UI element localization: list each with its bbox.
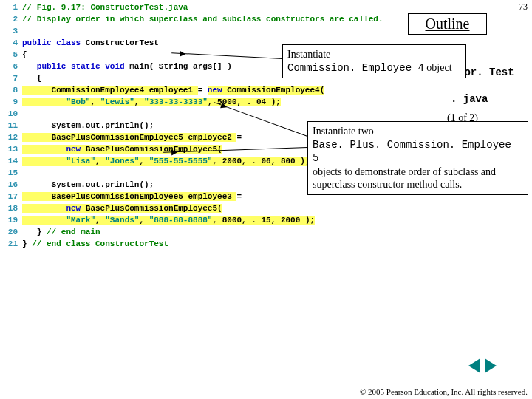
next-slide-button[interactable] [485, 358, 497, 373]
outline-heading: Outline [408, 13, 487, 35]
comment: // Fig. 9.17: ConstructorTest.java [22, 3, 188, 12]
prev-slide-button[interactable] [468, 358, 480, 373]
file-extension-label: . java [451, 93, 488, 105]
callout-employees23: Instantiate two Base. Plus. Commission. … [307, 121, 528, 195]
page-number: 73 [519, 1, 528, 13]
class-name-tail: tor. Test [458, 66, 514, 78]
copyright: © 2005 Pearson Education, Inc. All right… [360, 387, 528, 396]
line-number: 1 [1, 1, 22, 13]
callout-employee1: Instantiate Commission. Employee 4 objec… [282, 44, 466, 78]
